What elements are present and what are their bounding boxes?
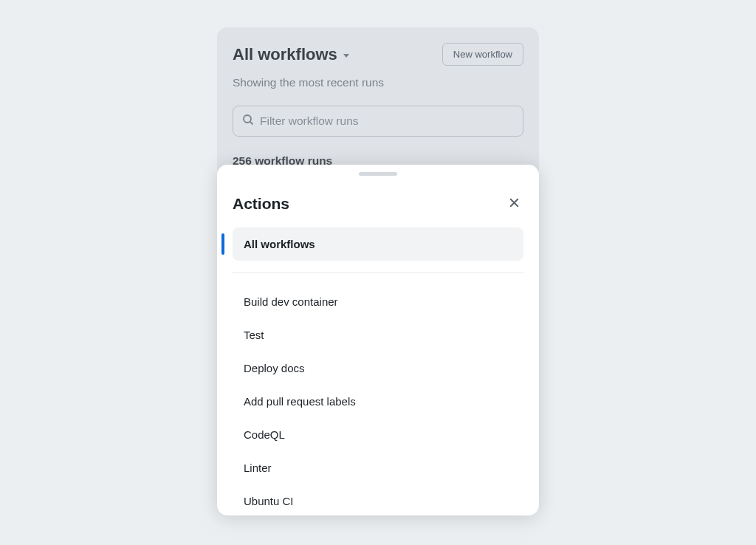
search-icon xyxy=(242,114,254,128)
close-icon xyxy=(508,200,520,211)
caret-down-icon xyxy=(343,54,349,58)
new-workflow-button[interactable]: New workflow xyxy=(442,43,523,66)
panel-header: All workflows New workflow xyxy=(233,43,523,66)
workflow-item[interactable]: Add pull request labels xyxy=(233,385,523,418)
workflow-item[interactable]: CodeQL xyxy=(233,418,523,451)
panel-title: All workflows xyxy=(233,45,337,64)
sheet-body: All workflows Build dev container Test D… xyxy=(217,227,539,515)
workflow-item[interactable]: Build dev container xyxy=(233,285,523,318)
divider xyxy=(233,272,523,273)
close-button[interactable] xyxy=(505,193,523,214)
workflow-item[interactable]: Deploy docs xyxy=(233,352,523,385)
filter-runs-input[interactable] xyxy=(260,114,514,128)
panel-subtitle: Showing the most recent runs xyxy=(233,76,523,89)
workflow-item[interactable]: Test xyxy=(233,318,523,352)
workflow-item[interactable]: Linter xyxy=(233,451,523,484)
selected-workflow-item[interactable]: All workflows xyxy=(221,227,535,261)
sheet-title: Actions xyxy=(233,195,289,213)
workflows-dropdown-trigger[interactable]: All workflows xyxy=(233,45,349,64)
actions-sheet: Actions All workflows Build dev containe… xyxy=(217,165,539,515)
sheet-header: Actions xyxy=(217,176,539,227)
filter-runs-search[interactable] xyxy=(233,106,523,137)
selected-workflow-label: All workflows xyxy=(233,227,523,261)
workflow-item[interactable]: Ubuntu CI xyxy=(233,484,523,515)
workflow-list: Build dev container Test Deploy docs Add… xyxy=(221,285,535,515)
selection-indicator xyxy=(221,233,224,255)
svg-point-0 xyxy=(244,115,251,123)
svg-line-1 xyxy=(250,122,253,125)
